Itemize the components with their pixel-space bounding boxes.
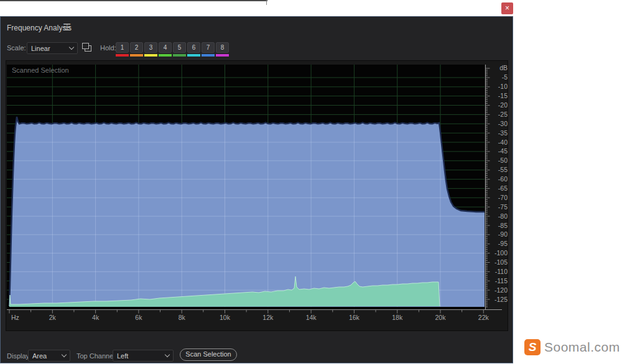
hold-button-4[interactable]: 4: [159, 42, 172, 53]
svg-text:-25: -25: [498, 111, 508, 118]
svg-text:8k: 8k: [179, 314, 186, 321]
db-axis-ruler: dB-5-10-15-20-25-30-35-40-45-50-55-60-65…: [485, 65, 508, 309]
frequency-analysis-window: Frequency Analysis ☰ Scale: Linear Hold:…: [0, 16, 513, 363]
hold-slot-8: 8: [216, 42, 229, 57]
hold-color-bar-1: [116, 54, 129, 57]
svg-text:-100: -100: [494, 249, 508, 257]
svg-text:-70: -70: [498, 194, 508, 201]
browser-top-line: [0, 0, 267, 1]
scan-selection-button[interactable]: Scan Selection: [180, 348, 237, 361]
hold-color-bar-4: [159, 54, 172, 57]
footer-controls-row: Display: Area Top Channel: Left Scan Sel…: [1, 347, 513, 364]
svg-text:-30: -30: [498, 120, 508, 127]
svg-text:10k: 10k: [220, 314, 231, 321]
svg-text:-85: -85: [498, 222, 508, 229]
svg-text:22k: 22k: [478, 314, 490, 321]
svg-text:6k: 6k: [135, 314, 142, 321]
hold-button-1[interactable]: 1: [116, 42, 129, 53]
svg-text:-110: -110: [495, 268, 508, 275]
svg-text:-15: -15: [498, 92, 508, 99]
hold-button-8[interactable]: 8: [216, 42, 229, 53]
display-select-value: Area: [32, 352, 47, 360]
top-channel-select[interactable]: Left: [113, 350, 174, 362]
svg-text:20k: 20k: [435, 314, 447, 321]
svg-text:18k: 18k: [392, 314, 403, 321]
scanned-selection-label: Scanned Selection: [12, 66, 69, 74]
svg-text:-45: -45: [498, 147, 508, 155]
frequency-axis-ruler: Hz2k4k6k8k10k12k14k16k18k20k22k: [7, 309, 508, 324]
hold-slot-5: 5: [173, 42, 186, 57]
svg-text:16k: 16k: [349, 314, 360, 321]
hold-color-bar-3: [144, 54, 157, 57]
hold-slot-7: 7: [202, 42, 215, 57]
snapshot-icon[interactable]: [82, 43, 93, 53]
soomal-logo-icon: S: [524, 339, 541, 355]
hold-buttons-row: 1 2 3 4 5 6 7 8: [116, 42, 229, 57]
hold-button-2[interactable]: 2: [130, 42, 143, 53]
svg-text:14k: 14k: [306, 314, 317, 321]
svg-text:-35: -35: [498, 129, 508, 137]
scale-select-value: Linear: [31, 45, 50, 52]
spectrum-chart-container: Scanned Selection dB-5-10-15-20-25-30-35…: [6, 60, 508, 331]
svg-text:12k: 12k: [262, 314, 274, 321]
svg-text:4k: 4k: [92, 314, 100, 321]
hold-button-5[interactable]: 5: [173, 42, 186, 53]
svg-text:-125: -125: [494, 296, 508, 303]
display-select[interactable]: Area: [28, 350, 70, 362]
snapshot-icon-front-square: [82, 43, 89, 49]
soomal-logo: S Soomal.com: [524, 339, 620, 355]
spectrum-plot[interactable]: [7, 65, 485, 309]
panel-title: Frequency Analysis: [7, 24, 72, 32]
hold-slot-4: 4: [159, 42, 172, 57]
svg-text:-105: -105: [494, 258, 508, 266]
svg-text:-50: -50: [498, 157, 508, 164]
hold-color-bar-2: [130, 54, 143, 57]
panel-menu-icon[interactable]: ☰: [63, 22, 71, 33]
top-channel-label: Top Channel:: [77, 352, 117, 360]
svg-text:-55: -55: [498, 166, 508, 173]
hold-button-7[interactable]: 7: [202, 42, 215, 53]
svg-text:2k: 2k: [49, 314, 57, 321]
page-background: × Frequency Analysis ☰ Scale: Linear Hol…: [0, 0, 622, 364]
scale-select[interactable]: Linear: [27, 42, 78, 54]
svg-text:-10: -10: [498, 83, 508, 90]
chevron-down-icon: [62, 352, 67, 357]
browser-top-tick: [266, 0, 267, 5]
svg-text:-80: -80: [498, 212, 508, 220]
svg-text:-5: -5: [502, 73, 508, 81]
svg-text:dB: dB: [499, 65, 508, 71]
hold-button-6[interactable]: 6: [187, 42, 200, 53]
hold-label: Hold:: [100, 44, 116, 52]
svg-text:-40: -40: [498, 139, 508, 146]
svg-text:-65: -65: [498, 184, 508, 192]
hold-color-bar-8: [216, 54, 229, 57]
svg-text:Hz: Hz: [11, 314, 19, 321]
hold-slot-1: 1: [116, 42, 129, 57]
hold-button-3[interactable]: 3: [144, 42, 157, 53]
svg-text:-95: -95: [498, 240, 508, 247]
svg-text:-120: -120: [494, 286, 508, 294]
svg-text:-20: -20: [498, 101, 508, 109]
chevron-down-icon: [165, 352, 170, 357]
hold-slot-6: 6: [187, 42, 200, 57]
close-button[interactable]: ×: [501, 2, 513, 14]
hold-slot-3: 3: [144, 42, 157, 57]
hold-slot-2: 2: [130, 42, 143, 57]
hold-color-bar-7: [202, 54, 215, 57]
hold-color-bar-6: [187, 54, 200, 57]
svg-text:-115: -115: [495, 277, 508, 284]
svg-text:-60: -60: [498, 175, 508, 183]
svg-text:-75: -75: [498, 203, 508, 211]
svg-text:-90: -90: [498, 230, 508, 238]
chevron-down-icon: [69, 45, 74, 50]
hold-color-bar-5: [173, 54, 186, 57]
scale-label: Scale:: [7, 44, 26, 52]
soomal-logo-text: Soomal.com: [544, 340, 620, 355]
top-channel-select-value: Left: [117, 352, 128, 360]
